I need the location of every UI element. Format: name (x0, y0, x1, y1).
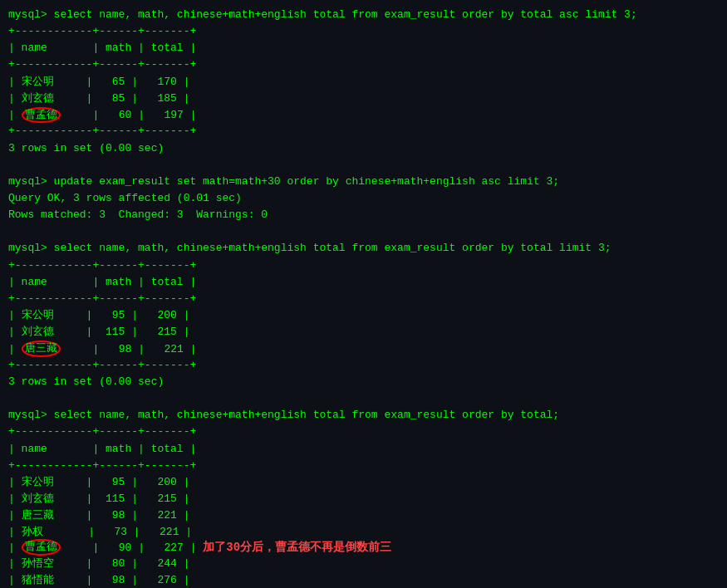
query-3: mysql> select name, math, chinese+math+e… (8, 240, 719, 257)
blank-3 (8, 390, 719, 407)
table-row-4-5-container: | 曹孟德 | 90 | 227 | 加了30分后，曹孟德不再是倒数前三 (8, 539, 719, 556)
table-border-1a: +------------+------+-------+ (8, 23, 719, 40)
table-row-4-7: | 猪悟能 | 98 | 276 | (8, 572, 719, 588)
table-header-3: | name | math | total | (8, 274, 719, 291)
table-row-4-5-post: | 90 | 227 | (61, 541, 204, 554)
table-row-1-2: | 刘玄德 | 85 | 185 | (8, 91, 719, 107)
table-border-3c: +------------+------+-------+ (8, 357, 719, 374)
table-row-4-5-pre: | (8, 541, 22, 554)
table-row-3-3-pre: | (8, 343, 22, 355)
table-row-3-3-container: | 唐三藏 | 98 | 221 | (8, 341, 719, 357)
blank-2 (8, 223, 719, 240)
query-2: mysql> update exam_result set math=math+… (8, 174, 719, 190)
annotation-text: 加了30分后，曹孟德不再是倒数前三 (203, 540, 391, 555)
table-row-1-1: | 宋公明 | 65 | 170 | (8, 74, 719, 91)
table-row-3-3-circled: 唐三藏 (22, 341, 61, 357)
query-1: mysql> select name, math, chinese+math+e… (8, 7, 719, 23)
blank-1 (8, 157, 719, 174)
table-header-4: | name | math | total | (8, 441, 719, 458)
table-row-3-2: | 刘玄德 | 115 | 215 | (8, 324, 719, 341)
table-row-4-1: | 宋公明 | 95 | 200 | (8, 474, 719, 491)
table-border-4b: +------------+------+-------+ (8, 458, 719, 474)
table-row-4-5-circled: 曹孟德 (22, 539, 61, 556)
table-border-4a: +------------+------+-------+ (8, 424, 719, 440)
update-result-2: Rows matched: 3 Changed: 3 Warnings: 0 (8, 207, 719, 223)
table-row-4-3: | 唐三藏 | 98 | 221 | (8, 507, 719, 524)
table-row-1-3-pre: | (8, 109, 22, 121)
result-1: 3 rows in set (0.00 sec) (8, 140, 719, 157)
table-border-1c: +------------+------+-------+ (8, 123, 719, 140)
table-row-3-3-post: | 98 | 221 | (61, 343, 197, 355)
table-border-3a: +------------+------+-------+ (8, 257, 719, 274)
table-row-4-2: | 刘玄德 | 115 | 215 | (8, 491, 719, 507)
table-border-3b: +------------+------+-------+ (8, 291, 719, 307)
table-row-3-1: | 宋公明 | 95 | 200 | (8, 307, 719, 324)
table-border-1b: +------------+------+-------+ (8, 56, 719, 73)
table-header-1: | name | math | total | (8, 40, 719, 56)
table-row-1-3-container: | 曹孟德 | 60 | 197 | (8, 107, 719, 124)
table-row-1-3-circled: 曹孟德 (22, 107, 61, 124)
terminal: mysql> select name, math, chinese+math+e… (8, 7, 719, 588)
table-row-4-6: | 孙悟空 | 80 | 244 | (8, 556, 719, 572)
table-row-1-3-post: | 60 | 197 | (61, 109, 197, 121)
query-4: mysql> select name, math, chinese+math+e… (8, 407, 719, 424)
update-result-1: Query OK, 3 rows affected (0.01 sec) (8, 190, 719, 207)
table-row-4-4-text: | 孙权 | 73 | 221 | (8, 524, 192, 539)
result-3: 3 rows in set (0.00 sec) (8, 374, 719, 390)
table-row-4-4-container: | 孙权 | 73 | 221 | (8, 524, 719, 539)
